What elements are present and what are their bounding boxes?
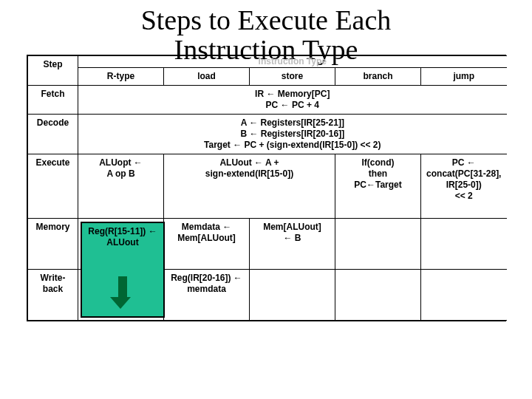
header-step: Step bbox=[28, 56, 78, 86]
table-header-row-2: R-type load store branch jump bbox=[28, 68, 507, 86]
execute-rtype: ALUopt ← A op B bbox=[78, 154, 164, 219]
memory-store: Mem[ALUout] ← B bbox=[250, 219, 335, 270]
header-col-jump: jump bbox=[421, 68, 507, 86]
memory-load: Memdata ← Mem[ALUout] bbox=[164, 219, 250, 270]
execute-branch: If(cond) then PC←Target bbox=[335, 154, 421, 219]
row-memory-label: Memory bbox=[28, 219, 78, 270]
row-execute-label: Execute bbox=[28, 154, 78, 219]
title-line-1: Steps to Execute Each bbox=[141, 4, 392, 35]
row-execute: Execute ALUopt ← A op B ALUout ← A + sig… bbox=[28, 154, 507, 219]
row-fetch: Fetch IR ← Memory[PC] PC ← PC + 4 bbox=[28, 86, 507, 115]
memory-jump-empty bbox=[421, 219, 507, 270]
header-col-store: store bbox=[250, 68, 335, 86]
slide: Steps to Execute Each Instruction Type S… bbox=[0, 0, 532, 399]
header-instruction-type: Instruction Type bbox=[78, 56, 507, 68]
memory-branch-empty bbox=[335, 219, 421, 270]
header-col-branch: branch bbox=[335, 68, 421, 86]
table-header-row-1: Step Instruction Type bbox=[28, 56, 507, 68]
execute-jump: PC ← concat(PC[31-28], IR[25-0]) << 2 bbox=[421, 154, 507, 219]
row-decode-body: A ← Registers[IR[25-21]] B ← Registers[I… bbox=[78, 115, 507, 154]
highlight-text: Reg(R[15-11]) ← ALUout bbox=[82, 226, 163, 248]
row-writeback-label: Write-back bbox=[28, 270, 78, 321]
header-col-rtype: R-type bbox=[78, 68, 164, 86]
writeback-load: Reg(IR[20-16]) ← memdata bbox=[164, 270, 250, 321]
row-fetch-body: IR ← Memory[PC] PC ← PC + 4 bbox=[78, 86, 507, 115]
writeback-jump-empty bbox=[421, 270, 507, 321]
writeback-store-empty bbox=[250, 270, 335, 321]
arrow-down-icon bbox=[116, 276, 129, 309]
row-decode-label: Decode bbox=[28, 115, 78, 154]
row-fetch-label: Fetch bbox=[28, 86, 78, 115]
writeback-branch-empty bbox=[335, 270, 421, 321]
header-col-load: load bbox=[164, 68, 250, 86]
row-decode: Decode A ← Registers[IR[25-21]] B ← Regi… bbox=[28, 115, 507, 154]
execute-load-store: ALUout ← A + sign-extend(IR[15-0]) bbox=[164, 154, 335, 219]
highlight-box: Reg(R[15-11]) ← ALUout bbox=[81, 222, 165, 318]
